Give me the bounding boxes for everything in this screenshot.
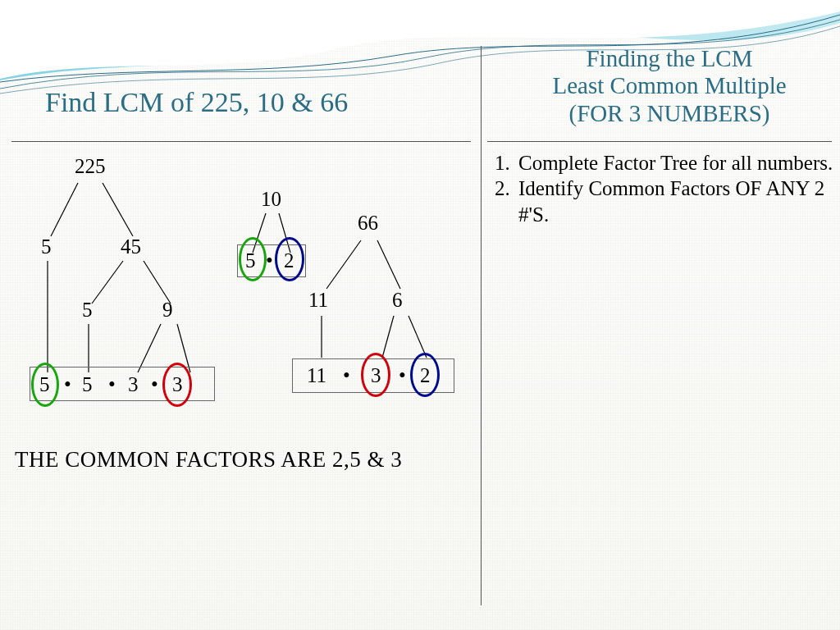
tree10-root: 10 <box>261 188 281 211</box>
ring-green-5-right <box>239 237 267 281</box>
step-2: Identify Common Factors OF ANY 2 #'S. <box>515 176 840 227</box>
dot: • <box>266 249 273 272</box>
tree225-l1b: 45 <box>121 235 141 258</box>
ring-blue-2-left <box>275 237 304 281</box>
tree66-l1a: 11 <box>308 289 328 312</box>
dot: • <box>399 364 406 387</box>
common-factors-text: THE COMMON FACTORS ARE 2,5 & 3 <box>15 447 402 472</box>
right-title-line1: Finding the LCM <box>586 45 752 71</box>
step-1: Complete Factor Tree for all numbers. <box>515 150 840 176</box>
dot: • <box>343 364 350 387</box>
tree66-root: 66 <box>358 212 378 235</box>
dot: • <box>64 373 71 396</box>
tree225-l2a: 5 <box>82 299 93 322</box>
ring-red-3-left <box>162 363 192 407</box>
tree66-fa: 11 <box>307 364 326 387</box>
ring-red-3-right <box>361 353 390 397</box>
ring-green-5-left <box>31 363 59 407</box>
steps-list: Complete Factor Tree for all numbers. Id… <box>487 150 840 227</box>
tree225-l1a: 5 <box>41 235 52 258</box>
ring-blue-2-right <box>410 353 440 397</box>
center-divider <box>481 46 482 605</box>
right-title-line2: Least Common Multiple <box>552 72 786 98</box>
right-title-line3: (FOR 3 NUMBERS) <box>569 100 770 126</box>
main-title: Find LCM of 225, 10 & 66 <box>45 87 348 118</box>
tree225-fc: 3 <box>128 373 139 396</box>
right-divider <box>487 141 832 142</box>
tree225-fb: 5 <box>82 373 93 396</box>
tree225-root: 225 <box>75 155 106 178</box>
dot: • <box>151 373 158 396</box>
tree225-l2b: 9 <box>162 299 173 322</box>
right-title: Finding the LCM Least Common Multiple (F… <box>514 45 825 127</box>
tree66-l1b: 6 <box>392 289 403 312</box>
left-divider <box>11 141 471 142</box>
dot: • <box>108 373 116 396</box>
